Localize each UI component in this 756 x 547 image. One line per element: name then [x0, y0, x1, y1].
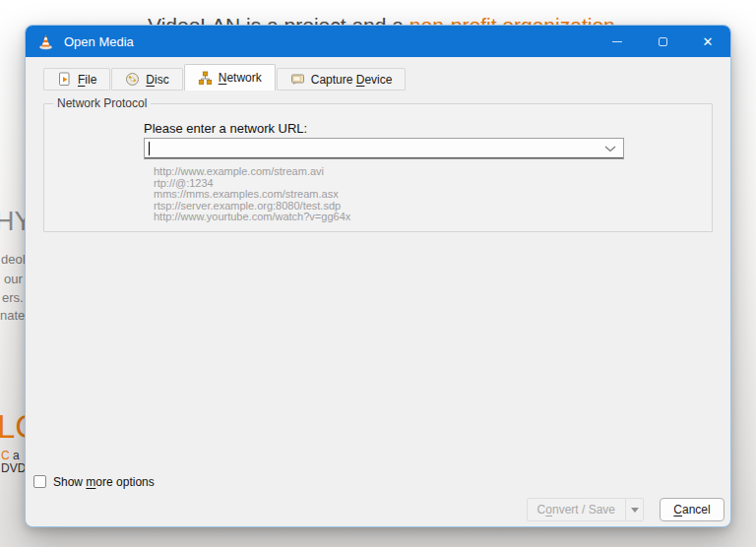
background-fragment-text: C a [1, 449, 20, 462]
background-fragment-rest: a [10, 449, 20, 462]
background-fragment-orange: C [1, 449, 10, 462]
minimize-button[interactable] [595, 26, 640, 57]
background-fragment-text: nate [0, 308, 25, 323]
url-example: http://www.example.com/stream.avi [154, 166, 350, 178]
tab-disc[interactable]: Disc [111, 68, 182, 91]
tab-file-label: File [78, 73, 96, 87]
tab-capture-device-label: Capture Device [311, 73, 393, 87]
close-icon: ✕ [703, 35, 714, 48]
maximize-button[interactable] [640, 26, 685, 57]
dropdown-arrow-icon [631, 508, 639, 513]
open-media-dialog: Open Media ✕ File [25, 25, 731, 527]
background-fragment-text: our [4, 272, 23, 286]
vlc-cone-icon [37, 33, 54, 50]
tab-bar: File Disc [43, 57, 713, 91]
tab-network-label: Network [219, 71, 262, 85]
dialog-content: File Disc [26, 57, 730, 232]
show-more-options-checkbox[interactable] [33, 475, 46, 488]
background-fragment-text: ers. [2, 290, 24, 305]
group-legend: Network Protocol [53, 96, 151, 110]
cancel-button[interactable]: Cancel [660, 498, 724, 521]
convert-save-button[interactable]: Convert / Save [527, 498, 626, 521]
chevron-down-icon[interactable] [604, 146, 616, 152]
network-protocol-group: Network Protocol Please enter a network … [43, 103, 713, 232]
show-more-options-row: Show more options [33, 474, 724, 489]
titlebar[interactable]: Open Media ✕ [26, 26, 730, 57]
dialog-empty-area [26, 232, 730, 474]
url-example: http://www.yourtube.com/watch?v=gg64x [154, 212, 350, 223]
tab-network[interactable]: Network [184, 64, 276, 91]
show-more-options-label[interactable]: Show more options [53, 475, 155, 489]
network-icon [198, 71, 213, 86]
tab-disc-label: Disc [146, 73, 168, 87]
convert-save-split-button: Convert / Save [527, 498, 644, 521]
dialog-buttons: Convert / Save Cancel [33, 498, 724, 521]
file-icon [57, 72, 72, 87]
minimize-icon [612, 41, 622, 42]
disc-icon [125, 72, 140, 87]
tab-file[interactable]: File [43, 68, 110, 91]
window-controls: ✕ [595, 26, 730, 57]
dialog-title: Open Media [64, 34, 134, 49]
network-url-label: Please enter a network URL: [144, 121, 307, 136]
background-fragment-text: DVD [1, 461, 26, 475]
tab-capture-device[interactable]: Capture Device [277, 68, 407, 91]
convert-save-dropdown-button[interactable] [626, 498, 644, 521]
url-examples: http://www.example.com/stream.avi rtp://… [154, 166, 350, 223]
close-button[interactable]: ✕ [685, 26, 730, 57]
maximize-icon [659, 37, 667, 46]
capture-device-icon [290, 72, 305, 87]
text-caret [149, 142, 150, 155]
network-url-input[interactable] [144, 138, 624, 159]
dialog-footer: Show more options Convert / Save Cancel [26, 474, 730, 526]
